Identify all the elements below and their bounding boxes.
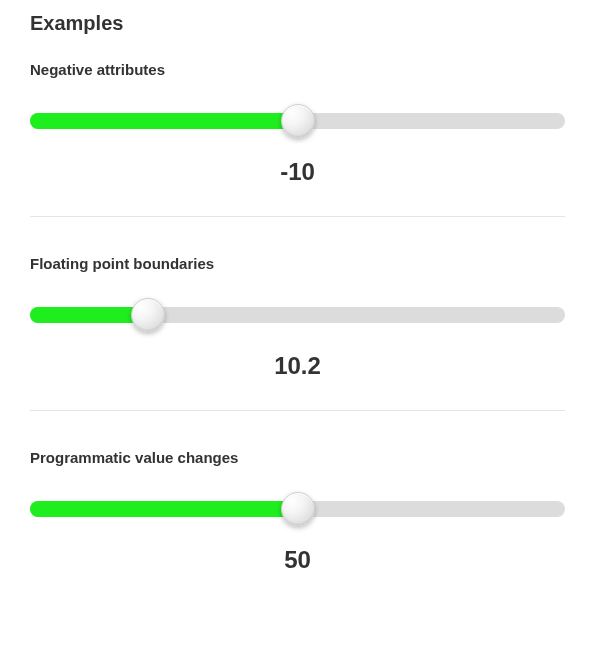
slider-fill bbox=[30, 501, 298, 517]
slider-value: -10 bbox=[30, 158, 565, 186]
slider-fill bbox=[30, 113, 298, 129]
example-floating-point: Floating point boundaries 10.2 bbox=[30, 255, 565, 380]
slider-handle[interactable] bbox=[131, 298, 165, 332]
example-label: Floating point boundaries bbox=[30, 255, 565, 272]
section-title: Examples bbox=[30, 12, 565, 35]
slider-value: 50 bbox=[30, 546, 565, 574]
example-negative-attributes: Negative attributes -10 bbox=[30, 61, 565, 186]
example-programmatic: Programmatic value changes 50 bbox=[30, 449, 565, 574]
slider-handle[interactable] bbox=[281, 492, 315, 526]
slider-handle[interactable] bbox=[281, 104, 315, 138]
divider bbox=[30, 410, 565, 411]
examples-section: Examples Negative attributes -10 Floatin… bbox=[0, 0, 595, 624]
divider bbox=[30, 216, 565, 217]
example-label: Programmatic value changes bbox=[30, 449, 565, 466]
slider[interactable] bbox=[30, 492, 565, 526]
example-label: Negative attributes bbox=[30, 61, 565, 78]
slider-value: 10.2 bbox=[30, 352, 565, 380]
slider[interactable] bbox=[30, 298, 565, 332]
slider[interactable] bbox=[30, 104, 565, 138]
